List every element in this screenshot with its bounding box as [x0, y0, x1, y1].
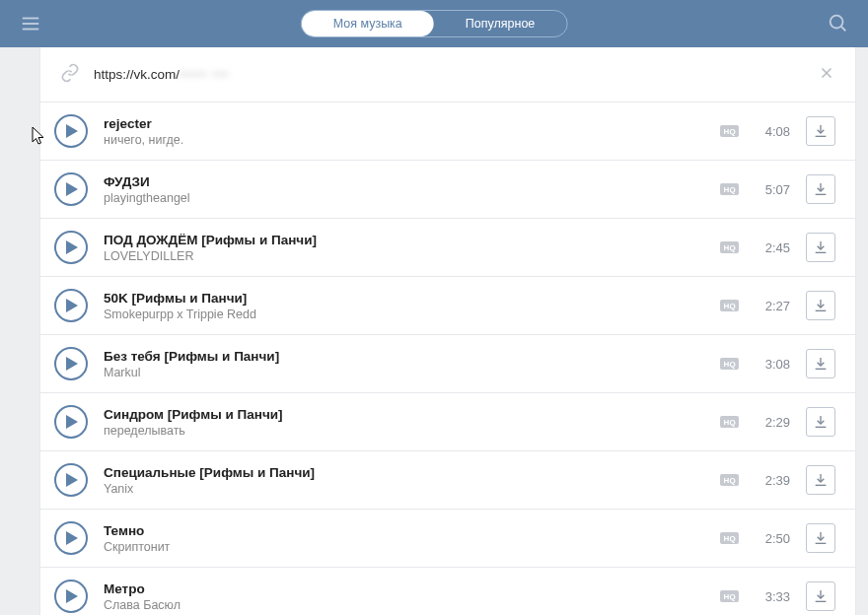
download-button[interactable] — [806, 523, 835, 553]
download-button[interactable] — [806, 407, 835, 437]
hq-badge: HQ — [720, 300, 739, 311]
track-duration: 3:33 — [755, 589, 790, 604]
track-info: Синдром [Рифмы и Панчи] переделывать — [104, 407, 704, 438]
track-info: Темно Скриптонит — [104, 523, 704, 554]
url-bar: https://vk.com/••••• ••• — [40, 47, 855, 102]
hq-badge: HQ — [720, 241, 739, 253]
play-button[interactable] — [54, 405, 88, 439]
svg-line-4 — [841, 26, 845, 30]
track-title: Темно — [104, 523, 704, 538]
track-row: ФУДЗИ playingtheangel HQ 5:07 — [40, 161, 855, 219]
track-duration: 2:50 — [755, 531, 790, 546]
url-field[interactable]: https://vk.com/••••• ••• — [94, 67, 804, 82]
track-duration: 5:07 — [755, 182, 790, 197]
link-icon — [60, 63, 80, 86]
hq-badge: HQ — [720, 474, 739, 486]
app-header: Моя музыка Популярное — [0, 0, 868, 47]
hq-badge: HQ — [720, 183, 739, 195]
hq-badge: HQ — [720, 416, 739, 428]
track-artist: Скриптонит — [104, 540, 704, 554]
play-button[interactable] — [54, 172, 88, 206]
track-row: Темно Скриптонит HQ 2:50 — [40, 510, 855, 568]
track-duration: 2:27 — [755, 299, 790, 313]
hq-badge: HQ — [720, 358, 739, 370]
track-info: ФУДЗИ playingtheangel — [104, 174, 704, 205]
track-duration: 2:45 — [755, 240, 790, 255]
track-info: Специальные [Рифмы и Панчи] Yanix — [104, 465, 704, 496]
track-title: ФУДЗИ — [104, 174, 704, 189]
tab-my-music[interactable]: Моя музыка — [302, 11, 434, 36]
track-artist: playingtheangel — [104, 191, 704, 205]
track-row: Специальные [Рифмы и Панчи] Yanix HQ 2:3… — [40, 451, 855, 510]
track-duration: 3:08 — [755, 357, 790, 372]
clear-url-icon[interactable] — [818, 64, 835, 85]
track-info: 50K [Рифмы и Панчи] Smokepurpp x Trippie… — [104, 291, 704, 321]
track-title: Специальные [Рифмы и Панчи] — [104, 465, 704, 480]
download-button[interactable] — [806, 116, 835, 146]
tab-popular[interactable]: Популярное — [434, 11, 567, 36]
track-artist: Markul — [104, 366, 704, 379]
download-button[interactable] — [806, 233, 835, 262]
track-list: rejecter ничего, нигде. HQ 4:08 ФУДЗИ pl… — [40, 102, 855, 615]
track-duration: 4:08 — [755, 124, 790, 139]
track-artist: Yanix — [104, 482, 704, 496]
track-row: ПОД ДОЖДЁМ [Рифмы и Панчи] LOVELYDILLER … — [40, 219, 855, 277]
play-button[interactable] — [54, 580, 88, 613]
main-content: https://vk.com/••••• ••• rejecter ничего… — [39, 47, 856, 615]
play-button[interactable] — [54, 289, 88, 322]
track-info: ПОД ДОЖДЁМ [Рифмы и Панчи] LOVELYDILLER — [104, 233, 704, 263]
hq-badge: HQ — [720, 532, 739, 544]
track-info: Без тебя [Рифмы и Панчи] Markul — [104, 349, 704, 379]
search-icon[interactable] — [827, 12, 848, 36]
track-title: Без тебя [Рифмы и Панчи] — [104, 349, 704, 364]
track-row: Метро Слава Басюл HQ 3:33 — [40, 568, 855, 615]
hamburger-menu-icon[interactable] — [20, 13, 41, 34]
play-button[interactable] — [54, 347, 88, 380]
track-artist: переделывать — [104, 424, 704, 438]
hq-badge: HQ — [720, 125, 739, 137]
url-hidden: ••••• ••• — [180, 67, 230, 82]
download-button[interactable] — [806, 581, 835, 611]
track-info: Метро Слава Басюл — [104, 581, 704, 612]
play-button[interactable] — [54, 521, 88, 555]
track-title: ПОД ДОЖДЁМ [Рифмы и Панчи] — [104, 233, 704, 247]
play-button[interactable] — [54, 114, 88, 148]
download-button[interactable] — [806, 291, 835, 320]
track-duration: 2:29 — [755, 415, 790, 430]
play-button[interactable] — [54, 463, 88, 497]
track-title: 50K [Рифмы и Панчи] — [104, 291, 704, 306]
track-title: Метро — [104, 581, 704, 596]
track-row: rejecter ничего, нигде. HQ 4:08 — [40, 102, 855, 161]
track-title: rejecter — [104, 116, 704, 131]
track-artist: Слава Басюл — [104, 598, 704, 612]
track-row: Синдром [Рифмы и Панчи] переделывать HQ … — [40, 393, 855, 451]
play-button[interactable] — [54, 231, 88, 264]
track-title: Синдром [Рифмы и Панчи] — [104, 407, 704, 422]
download-button[interactable] — [806, 174, 835, 204]
track-duration: 2:39 — [755, 473, 790, 488]
track-info: rejecter ничего, нигде. — [104, 116, 704, 147]
track-row: 50K [Рифмы и Панчи] Smokepurpp x Trippie… — [40, 277, 855, 335]
header-tabs: Моя музыка Популярное — [301, 10, 568, 37]
download-button[interactable] — [806, 465, 835, 495]
track-artist: ничего, нигде. — [104, 133, 704, 147]
hq-badge: HQ — [720, 590, 739, 602]
url-visible: https://vk.com/ — [94, 67, 180, 82]
download-button[interactable] — [806, 349, 835, 378]
track-artist: LOVELYDILLER — [104, 249, 704, 263]
track-artist: Smokepurpp x Trippie Redd — [104, 308, 704, 321]
svg-point-3 — [831, 15, 843, 28]
track-row: Без тебя [Рифмы и Панчи] Markul HQ 3:08 — [40, 335, 855, 393]
